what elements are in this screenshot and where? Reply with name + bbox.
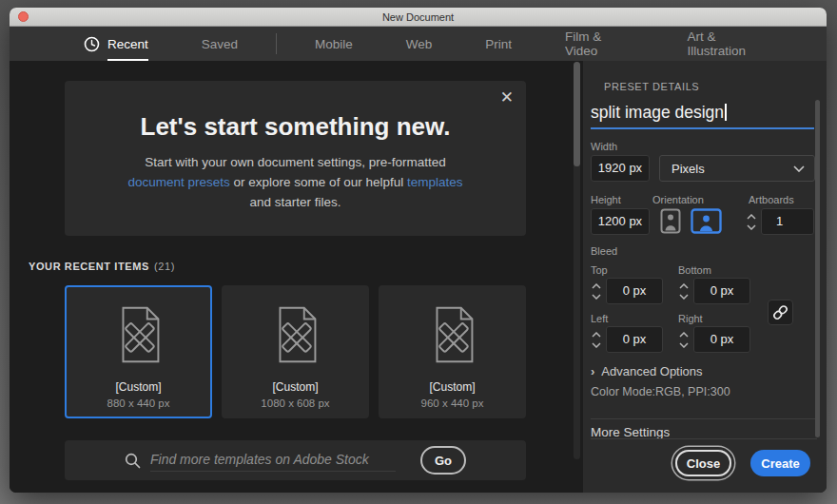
document-icon [224, 301, 367, 368]
advanced-options-toggle[interactable]: › Advanced Options [591, 364, 703, 378]
banner-text: or explore some of our helpful [230, 175, 407, 189]
link-bleed-values-button[interactable] [768, 300, 793, 325]
preset-size: 880 x 440 px [67, 397, 210, 409]
document-presets-link[interactable]: document presets [128, 175, 230, 189]
search-icon [125, 453, 141, 469]
artboards-stepper: 1 [746, 208, 814, 235]
chevron-down-icon[interactable] [592, 342, 601, 348]
document-icon [380, 301, 524, 368]
document-icon [67, 301, 210, 368]
tab-saved[interactable]: Saved [202, 37, 238, 51]
height-input[interactable]: 1200 px [591, 208, 650, 235]
chevron-down-icon[interactable] [592, 294, 601, 300]
chevron-up-icon[interactable] [747, 214, 756, 220]
chevron-up-icon[interactable] [592, 283, 601, 289]
portrait-orientation-icon[interactable] [660, 208, 681, 234]
preset-name: [Custom] [67, 380, 210, 394]
tab-web[interactable]: Web [406, 37, 433, 51]
landscape-orientation-icon[interactable] [691, 208, 722, 234]
recent-content-area: ✕ Let's start something new. Start with … [10, 61, 583, 493]
more-settings-label[interactable]: More Settings [591, 425, 670, 438]
preset-name: [Custom] [224, 380, 367, 394]
titlebar: New Document [10, 8, 827, 27]
adobe-stock-search-bar: Go [65, 440, 526, 480]
width-input[interactable]: 1920 px [591, 155, 650, 182]
preset-details-panel: PRESET DETAILS split image design Width … [583, 61, 827, 493]
preset-size: 960 x 440 px [380, 397, 524, 409]
orientation-label: Orientation [652, 194, 704, 205]
chevron-up-icon[interactable] [679, 283, 689, 289]
bleed-bottom-input[interactable]: 0 px [693, 278, 750, 304]
link-icon [772, 304, 788, 320]
search-input[interactable] [150, 450, 396, 472]
bleed-label: Bleed [591, 245, 617, 257]
bleed-bottom-label: Bottom [678, 264, 711, 276]
chevron-right-icon: › [591, 364, 594, 378]
banner-text: Start with your own document settings, p… [145, 155, 446, 169]
recent-item-card[interactable]: [Custom] 960 x 440 px [379, 285, 526, 418]
chevron-down-icon [793, 165, 805, 172]
chevron-up-icon[interactable] [592, 332, 601, 338]
bleed-left-label: Left [591, 313, 608, 324]
recent-items-heading: YOUR RECENT ITEMS(21) [29, 261, 175, 272]
tabbar: Recent Saved Mobile Web Print Film & Vid… [10, 27, 827, 61]
bleed-right-input[interactable]: 0 px [693, 326, 750, 353]
tab-film-video[interactable]: Film & Video [565, 29, 633, 58]
tab-divider [276, 33, 277, 54]
chevron-up-icon[interactable] [679, 332, 689, 338]
banner-body: Start with your own document settings, p… [128, 153, 463, 213]
go-button[interactable]: Go [420, 446, 466, 475]
tab-art-illustration[interactable]: Art & Illustration [688, 29, 773, 58]
close-window-button[interactable] [18, 11, 29, 22]
recent-items-title: YOUR RECENT ITEMS [29, 261, 149, 272]
bleed-top-label: Top [591, 264, 608, 276]
bleed-top-stepper: 0 px [591, 278, 663, 304]
recent-item-card[interactable]: [Custom] 880 x 440 px [65, 285, 212, 418]
chevron-down-icon[interactable] [679, 294, 689, 300]
panel-scrollbar[interactable] [815, 100, 820, 437]
preset-details-heading: PRESET DETAILS [604, 81, 699, 92]
unit-value: Pixels [672, 162, 705, 176]
chevron-down-icon[interactable] [747, 224, 756, 230]
tab-label: Web [406, 37, 433, 51]
width-label: Width [591, 141, 617, 152]
new-document-dialog: New Document Recent Saved Mobile Web Pri… [10, 8, 827, 493]
text-cursor [725, 104, 727, 121]
tab-label: Art & Illustration [688, 29, 773, 58]
close-button[interactable]: Close [675, 450, 731, 476]
panel-divider [591, 418, 817, 419]
tab-recent[interactable]: Recent [84, 36, 148, 52]
create-button[interactable]: Create [750, 450, 810, 476]
recent-item-card[interactable]: [Custom] 1080 x 608 px [222, 285, 369, 418]
content-scrollbar[interactable] [574, 62, 580, 459]
tab-label: Mobile [315, 37, 353, 51]
banner-text: and starter files. [249, 195, 341, 209]
tab-print[interactable]: Print [485, 37, 512, 51]
bleed-right-label: Right [678, 313, 703, 324]
artboards-input[interactable]: 1 [761, 208, 814, 235]
color-mode-summary: Color Mode:RGB, PPI:300 [591, 385, 730, 398]
tab-label: Saved [202, 37, 238, 51]
advanced-options-label: Advanced Options [601, 364, 702, 378]
bleed-left-stepper: 0 px [591, 326, 663, 353]
banner-title: Let's start something new. [65, 112, 526, 142]
document-name-field[interactable]: split image design [591, 103, 814, 129]
bleed-bottom-stepper: 0 px [678, 278, 750, 304]
bleed-left-input[interactable]: 0 px [606, 326, 663, 353]
tab-mobile[interactable]: Mobile [315, 37, 353, 51]
recent-items-list: [Custom] 880 x 440 px [Custom] 1080 x 60… [65, 285, 526, 418]
height-label: Height [591, 194, 621, 205]
window-title: New Document [382, 11, 454, 23]
document-name-value: split image design [591, 103, 724, 122]
unit-dropdown[interactable]: Pixels [659, 155, 815, 182]
tab-label: Print [485, 37, 512, 51]
bleed-top-input[interactable]: 0 px [606, 278, 663, 304]
templates-link[interactable]: templates [407, 175, 463, 189]
welcome-banner: ✕ Let's start something new. Start with … [65, 81, 526, 236]
scrollbar-thumb[interactable] [574, 62, 580, 166]
close-icon[interactable]: ✕ [500, 87, 514, 107]
clock-icon [84, 36, 100, 52]
bleed-right-stepper: 0 px [678, 326, 750, 353]
preset-size: 1080 x 608 px [224, 397, 367, 409]
chevron-down-icon[interactable] [679, 342, 689, 348]
